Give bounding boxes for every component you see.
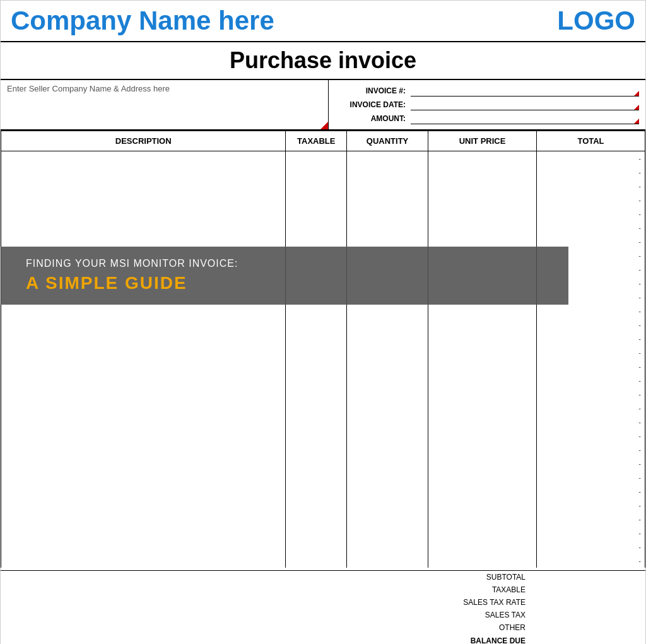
row-desc[interactable] — [1, 401, 286, 415]
sales-tax-value[interactable] — [529, 609, 645, 621]
table-row[interactable]: - — [1, 554, 645, 568]
row-desc[interactable] — [1, 415, 286, 429]
row-taxable[interactable] — [286, 512, 347, 526]
table-row[interactable]: - — [1, 526, 645, 540]
row-taxable[interactable] — [286, 554, 347, 568]
taxable-value[interactable] — [529, 583, 645, 596]
row-taxable[interactable] — [286, 401, 347, 415]
row-desc[interactable] — [1, 318, 286, 332]
table-row[interactable]: - — [1, 443, 645, 457]
row-desc[interactable] — [1, 526, 286, 540]
sales-tax-rate-value[interactable] — [529, 596, 645, 609]
row-taxable[interactable] — [286, 304, 347, 318]
table-row[interactable]: - — [1, 387, 645, 401]
table-row[interactable]: - — [1, 304, 645, 318]
table-row[interactable]: - — [1, 332, 645, 346]
row-total[interactable]: - — [537, 540, 645, 554]
row-total[interactable]: - — [537, 304, 645, 318]
row-taxable[interactable] — [286, 165, 347, 179]
row-total[interactable]: - — [537, 387, 645, 401]
row-unit-price[interactable] — [428, 554, 537, 568]
row-taxable[interactable] — [286, 221, 347, 235]
row-quantity[interactable] — [347, 221, 428, 235]
row-desc[interactable] — [1, 457, 286, 471]
row-taxable[interactable] — [286, 387, 347, 401]
row-unit-price[interactable] — [428, 415, 537, 429]
row-taxable[interactable] — [286, 318, 347, 332]
row-unit-price[interactable] — [428, 360, 537, 373]
table-row[interactable]: - — [1, 498, 645, 512]
row-unit-price[interactable] — [428, 401, 537, 415]
row-taxable[interactable] — [286, 443, 347, 457]
row-unit-price[interactable] — [428, 304, 537, 318]
row-quantity[interactable] — [347, 373, 428, 387]
row-desc[interactable] — [1, 443, 286, 457]
row-unit-price[interactable] — [428, 346, 537, 360]
row-desc[interactable] — [1, 207, 286, 221]
other-value[interactable] — [529, 621, 645, 635]
row-desc[interactable] — [1, 151, 286, 165]
table-row[interactable]: - — [1, 179, 645, 193]
row-unit-price[interactable] — [428, 540, 537, 554]
row-total[interactable]: - — [537, 554, 645, 568]
row-taxable[interactable] — [286, 207, 347, 221]
row-unit-price[interactable] — [428, 318, 537, 332]
table-row[interactable]: - — [1, 415, 645, 429]
table-row[interactable]: - — [1, 221, 645, 235]
table-row[interactable]: - — [1, 457, 645, 471]
invoice-number-value[interactable] — [411, 85, 639, 97]
row-quantity[interactable] — [347, 360, 428, 373]
row-unit-price[interactable] — [428, 221, 537, 235]
row-unit-price[interactable] — [428, 373, 537, 387]
row-quantity[interactable] — [347, 151, 428, 165]
row-quantity[interactable] — [347, 415, 428, 429]
row-quantity[interactable] — [347, 498, 428, 512]
row-quantity[interactable] — [347, 387, 428, 401]
row-taxable[interactable] — [286, 498, 347, 512]
row-desc[interactable] — [1, 193, 286, 207]
row-total[interactable]: - — [537, 193, 645, 207]
table-row[interactable]: - — [1, 484, 645, 498]
table-row[interactable]: - — [1, 540, 645, 554]
row-total[interactable]: - — [537, 151, 645, 165]
row-total[interactable]: - — [537, 221, 645, 235]
row-total[interactable]: - — [537, 207, 645, 221]
row-taxable[interactable] — [286, 471, 347, 484]
row-desc[interactable] — [1, 179, 286, 193]
row-total[interactable]: - — [537, 179, 645, 193]
row-unit-price[interactable] — [428, 484, 537, 498]
table-row[interactable]: - — [1, 165, 645, 179]
row-total[interactable]: - — [537, 526, 645, 540]
row-quantity[interactable] — [347, 401, 428, 415]
row-desc[interactable] — [1, 346, 286, 360]
table-row[interactable]: - — [1, 401, 645, 415]
row-quantity[interactable] — [347, 512, 428, 526]
table-row[interactable]: - — [1, 346, 645, 360]
row-taxable[interactable] — [286, 360, 347, 373]
row-desc[interactable] — [1, 165, 286, 179]
row-taxable[interactable] — [286, 179, 347, 193]
table-row[interactable]: - — [1, 512, 645, 526]
row-taxable[interactable] — [286, 457, 347, 471]
row-unit-price[interactable] — [428, 443, 537, 457]
row-unit-price[interactable] — [428, 526, 537, 540]
row-quantity[interactable] — [347, 554, 428, 568]
row-taxable[interactable] — [286, 346, 347, 360]
subtotal-value[interactable] — [529, 570, 645, 583]
row-desc[interactable] — [1, 360, 286, 373]
row-desc[interactable] — [1, 498, 286, 512]
row-quantity[interactable] — [347, 526, 428, 540]
row-unit-price[interactable] — [428, 498, 537, 512]
row-desc[interactable] — [1, 471, 286, 484]
row-quantity[interactable] — [347, 457, 428, 471]
row-quantity[interactable] — [347, 193, 428, 207]
row-quantity[interactable] — [347, 443, 428, 457]
row-unit-price[interactable] — [428, 151, 537, 165]
row-desc[interactable] — [1, 221, 286, 235]
row-total[interactable]: - — [537, 165, 645, 179]
row-total[interactable]: - — [537, 443, 645, 457]
row-total[interactable]: - — [537, 346, 645, 360]
table-row[interactable]: - — [1, 373, 645, 387]
row-quantity[interactable] — [347, 346, 428, 360]
row-unit-price[interactable] — [428, 457, 537, 471]
